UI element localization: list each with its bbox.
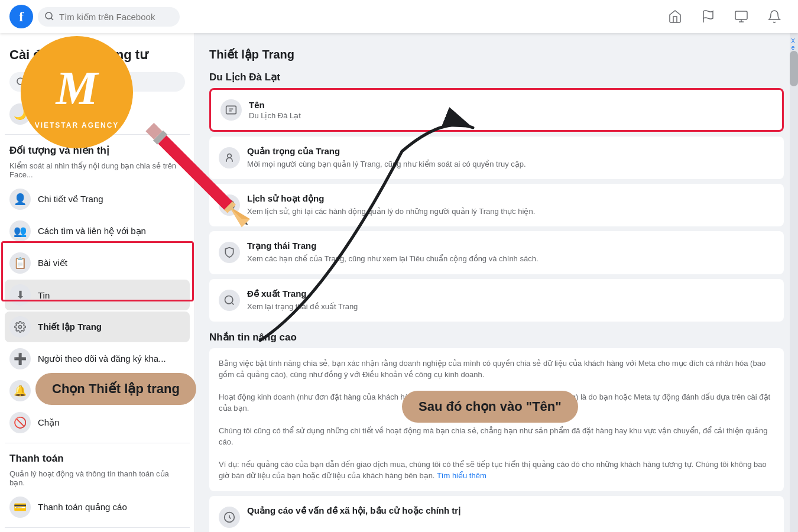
svg-line-3 (51, 18, 54, 21)
tim-hieu-them-link[interactable]: Tìm hiểu thêm (437, 471, 486, 480)
sidebar-item-dark[interactable]: 🌙 C (5, 99, 190, 129)
quan-trong-title: Quản trọng của Trang (247, 146, 526, 157)
sidebar-item-nguoitheodoi[interactable]: ➕ Người theo dõi và đăng ký kha... (5, 343, 190, 374)
home-icon[interactable] (661, 2, 689, 31)
trang-thai-icon (219, 242, 240, 263)
long-desc-3: Chúng tôi cũng có thể sử dụng những chi … (219, 425, 774, 448)
quan-trong-icon (219, 147, 240, 168)
de-xuat-inner: Đề xuất Trang Xem lại trạng thái đề xuất… (219, 288, 774, 312)
divider-1 (5, 134, 190, 135)
sidebar-search[interactable] (9, 72, 185, 92)
sidebar-search-icon (17, 77, 26, 87)
nav-center (661, 2, 789, 31)
lich-su-inner: Lịch sử hoạt động Xem lịch sử, ghi lại c… (219, 193, 774, 217)
audience-section-title: Đối tượng và hiển thị (5, 140, 190, 161)
svg-point-10 (19, 326, 22, 329)
nav-left: f (9, 5, 180, 28)
bell-icon[interactable] (760, 2, 789, 31)
long-desc-1: Bằng việc bật tính năng chia sẻ, bạn xác… (219, 358, 774, 381)
de-xuat-title: Đề xuất Trang (247, 288, 358, 299)
tin-icon: ⬇ (9, 284, 31, 306)
moon-icon: 🌙 (9, 103, 31, 125)
sidebar-item-chitiet-label: Chi tiết về Trang (38, 194, 103, 205)
saudo-annotation: Sau đó chọn vào "Tên" (402, 391, 578, 423)
trang-thai-row[interactable]: Trạng thái Trang Xem các hạn chế của Tra… (209, 231, 784, 274)
trang-thai-title: Trạng thái Trang (247, 241, 539, 251)
post-icon: 📋 (9, 252, 31, 274)
name-card-icon (220, 99, 242, 121)
audience-section-desc: Kiểm soát ai nhìn thấy nội dung bạn chia… (5, 161, 190, 184)
sidebar-item-cachtim[interactable]: 👥 Cách tìm và liên hệ với bạn (5, 216, 190, 246)
scrollbar-label: Xe (790, 38, 796, 51)
search-box[interactable] (38, 7, 180, 27)
sidebar-item-chan-label: Chặn (38, 417, 60, 428)
divider-2 (5, 443, 190, 443)
sidebar-item-thanhtoan-label: Thanh toán quảng cáo (38, 502, 127, 512)
page-settings-title: Thiết lập Trang (209, 47, 784, 61)
main-content: Thiết lập Trang Du Lịch Đà Lạt Tên Du Lị… (195, 33, 798, 532)
de-xuat-desc: Xem lại trạng thái đề xuất Trang (247, 301, 358, 312)
trang-thai-content: Trạng thái Trang Xem các hạn chế của Tra… (247, 241, 539, 264)
trang-thai-desc: Xem các hạn chế của Trang, cũng như xem … (247, 254, 539, 264)
page-name-header: Du Lịch Đà Lạt (209, 71, 784, 83)
trang-thai-inner: Trạng thái Trang Xem các hạn chế của Tra… (219, 241, 774, 264)
monitor-icon[interactable] (727, 2, 755, 31)
de-xuat-row[interactable]: Đề xuất Trang Xem lại trạng thái đề xuất… (209, 279, 784, 322)
name-card-inner: Tên Du Lịch Đà Lạt (220, 99, 773, 121)
sidebar: Cài đặt quyền riêng tư 🌙 C Đối tượng và … (0, 33, 195, 532)
scrollbar-track[interactable]: Xe (790, 33, 798, 532)
sidebar-item-baiviet-label: Bài viết (38, 258, 67, 268)
name-card[interactable]: Tên Du Lịch Đà Lạt (209, 88, 784, 132)
quan-trong-row[interactable]: Quản trọng của Trang Mời mọi người cùng … (209, 137, 784, 179)
sidebar-item-chan[interactable]: 🚫 Chặn (5, 407, 190, 438)
block-icon: 🚫 (9, 412, 31, 433)
quan-trong-inner: Quản trọng của Trang Mời mọi người cùng … (219, 146, 774, 170)
svg-rect-5 (735, 11, 747, 20)
add-icon: ➕ (9, 348, 31, 369)
sidebar-item-tin-label: Tin (38, 290, 50, 300)
facebook-logo-icon[interactable]: f (9, 5, 33, 28)
svg-point-2 (46, 12, 52, 19)
quan-trong-desc: Mời mọi người cùng bạn quản lý Trang, cũ… (247, 159, 526, 170)
svg-text:f: f (19, 9, 24, 24)
de-xuat-icon (219, 290, 240, 311)
lich-su-desc: Xem lịch sử, ghi lại các hành động quản … (247, 206, 535, 217)
lich-su-row[interactable]: Lịch sử hoạt động Xem lịch sử, ghi lại c… (209, 184, 784, 226)
search-input[interactable] (59, 12, 166, 22)
quan-trong-content: Quản trọng của Trang Mời mọi người cùng … (247, 146, 526, 170)
advanced-section-title: Nhắn tin nâng cao (209, 331, 784, 343)
notification-icon: 🔔 (9, 380, 31, 401)
page-layout: Cài đặt quyền riêng tư 🌙 C Đối tượng và … (0, 0, 798, 532)
person-icon: 👤 (9, 189, 31, 210)
sidebar-item-tin[interactable]: ⬇ Tin (5, 280, 190, 310)
lich-su-title: Lịch sử hoạt động (247, 193, 535, 204)
chon-annotation: Chọn Thiết lập trang (35, 373, 196, 405)
creditcard-icon: 💳 (9, 497, 31, 518)
svg-point-12 (228, 154, 232, 158)
sidebar-item-thietlap[interactable]: Thiết lập Trang (5, 312, 190, 342)
social-ads-title: Quảng cáo về vấn đề xã hội, bầu cử hoặc … (247, 505, 460, 516)
sidebar-title: Cài đặt quyền riêng tư (5, 43, 190, 67)
sidebar-item-thanhtoankq[interactable]: 💳 Thanh toán quảng cáo (5, 492, 190, 523)
payment-section-title: Thanh toán (5, 448, 190, 469)
svg-point-14 (225, 296, 233, 303)
sidebar-item-chitiet[interactable]: 👤 Chi tiết về Trang (5, 184, 190, 215)
long-desc-4: Ví dụ: nếu quảng cáo của bạn dẫn đến gia… (219, 459, 774, 482)
sidebar-item-cachtim-label: Cách tìm và liên hệ với bạn (38, 226, 146, 236)
name-card-content: Tên Du Lịch Đà Lạt (249, 100, 773, 120)
sidebar-item-nguoitheodoi-label: Người theo dõi và đăng ký kha... (38, 353, 166, 364)
top-navigation: f (0, 0, 798, 33)
de-xuat-content: Đề xuất Trang Xem lại trạng thái đề xuất… (247, 288, 358, 312)
flag-icon[interactable] (694, 2, 722, 31)
svg-rect-11 (226, 106, 236, 113)
search-icon (45, 12, 54, 21)
social-ads-row[interactable]: Quảng cáo về vấn đề xã hội, bầu cử hoặc … (209, 496, 784, 532)
lich-su-content: Lịch sử hoạt động Xem lịch sử, ghi lại c… (247, 193, 535, 217)
social-ads-inner: Quảng cáo về vấn đề xã hội, bầu cử hoặc … (219, 505, 774, 528)
scrollbar-thumb[interactable] (790, 51, 798, 86)
sidebar-search-input[interactable] (31, 77, 149, 87)
sidebar-item-dark-label: C (38, 109, 44, 119)
name-card-title: Tên (249, 100, 773, 110)
svg-point-8 (17, 78, 24, 85)
sidebar-item-baiviet[interactable]: 📋 Bài viết (5, 248, 190, 278)
